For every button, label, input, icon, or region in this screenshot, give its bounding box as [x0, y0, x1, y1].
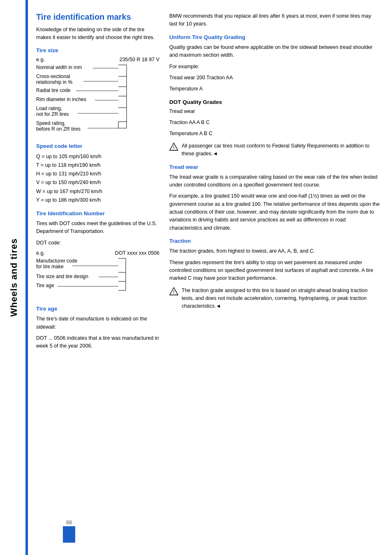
tire-eg-label: e.g. [36, 57, 45, 62]
traction-title: Traction [169, 238, 380, 244]
svg-text:Tire size and tire design: Tire size and tire design [36, 274, 88, 279]
intro-text: Knowledge of the labeling on the side of… [36, 26, 159, 41]
svg-text:Manufacturer code: Manufacturer code [36, 258, 77, 264]
speed-list: Q = up to 105 mph/160 km/h T = up to 118… [36, 152, 159, 205]
page-number-area: 88 [28, 519, 110, 543]
left-column: Tire identification marks Knowledge of t… [36, 12, 159, 543]
speed-item-y: Y = up to 186 mph/300 km/h [36, 196, 159, 205]
dot-warning-box: ! All passenger car tires must conform t… [169, 142, 380, 158]
tin-body1: Tires with DOT codes meet the guidelines… [36, 220, 159, 236]
dot-eg-label: e.g. [36, 250, 45, 256]
svg-text:Tire age: Tire age [36, 283, 54, 288]
utqg-for-example: For example: [169, 63, 380, 71]
bmw-recommends: BMW recommends that you replace all tire… [169, 12, 380, 28]
dot-quality-title: DOT Quality Grades [169, 99, 380, 105]
svg-text:Nominal width in mm: Nominal width in mm [36, 64, 82, 70]
svg-text:Cross-sectional: Cross-sectional [36, 74, 70, 79]
svg-text:for tire make: for tire make [36, 264, 64, 269]
dot-quality-item2: Traction AA A B C [169, 119, 380, 127]
sidebar-blue-bar [25, 0, 28, 555]
speed-code-title: Speed code letter [36, 143, 159, 149]
traction-warning-box: ! The traction grade assigned to this ti… [169, 287, 380, 311]
main-content: Tire identification marks Knowledge of t… [28, 0, 392, 555]
speed-item-h: H = up to 131 mph/210 km/h [36, 170, 159, 178]
dot-eg-row: e.g. DOT xxxx xxx 0506 [36, 250, 159, 256]
dot-warning-text: All passenger car tires must conform to … [182, 142, 380, 158]
svg-text:not for ZR tires: not for ZR tires [36, 111, 69, 117]
speed-item-t: T = up to 118 mph/190 km/h [36, 161, 159, 170]
warning-icon-1: ! [169, 142, 178, 151]
speed-item-q: Q = up to 105 mph/160 km/h [36, 152, 159, 161]
tire-age-body1: The tire's date of manufacture is indica… [36, 315, 159, 331]
tread-wear-title: Tread wear [169, 164, 380, 170]
svg-text:Speed rating,: Speed rating, [36, 120, 65, 126]
svg-text:!: ! [173, 290, 175, 295]
tire-eg-value: 235/50 R 18 97 V [120, 57, 159, 62]
page-title: Tire identification marks [36, 12, 159, 22]
tread-wear-body1: The tread wear grade is a comparative ra… [169, 173, 380, 189]
dot-quality-item3: Temperature A B C [169, 130, 380, 138]
tire-size-title: Tire size [36, 47, 159, 53]
right-column: BMW recommends that you replace all tire… [169, 12, 380, 543]
dot-eg-value: DOT xxxx xxx 0506 [115, 250, 159, 256]
sidebar: Wheels and tires [0, 0, 28, 555]
tire-size-block: e.g. 235/50 R 18 97 V Nominal width in m [36, 57, 159, 137]
dot-quality-item1: Tread wear [169, 108, 380, 115]
utqg-eg1: Tread wear 200 Traction AA [169, 74, 380, 82]
svg-text:before R on ZR tires: before R on ZR tires [36, 126, 81, 132]
tire-eg-row: e.g. 235/50 R 18 97 V [36, 57, 159, 62]
svg-text:relationship in %: relationship in % [36, 79, 72, 85]
traction-body2: These grades represent the tire's abilit… [169, 259, 380, 283]
sidebar-label: Wheels and tires [9, 238, 19, 317]
tire-age-title: Tire age [36, 306, 159, 312]
page-number: 88 [66, 519, 72, 525]
utqg-eg2: Temperature A [169, 85, 380, 93]
speed-item-v: V = up to 150 mph/240 km/h [36, 178, 159, 187]
tire-size-diagram: Nominal width in mm Cross-sectional rela… [36, 64, 155, 136]
traction-body1: The traction grades, from highest to low… [169, 247, 380, 255]
svg-text:Radial tire code: Radial tire code [36, 88, 71, 93]
utqg-title: Uniform Tire Quality Grading [169, 34, 380, 40]
page-blue-bar [63, 526, 75, 543]
traction-warning-text: The traction grade assigned to this tire… [182, 287, 380, 311]
page-container: Wheels and tires Tire identification mar… [0, 0, 392, 555]
dot-diagram: Manufacturer code for tire make Tire siz… [36, 258, 155, 299]
utqg-body: Quality grades can be found where applic… [169, 44, 380, 60]
svg-text:Load rating,: Load rating, [36, 106, 62, 111]
dot-block: e.g. DOT xxxx xxx 0506 Manufacturer code… [36, 250, 159, 300]
svg-text:!: ! [173, 145, 175, 150]
warning-icon-2: ! [169, 287, 178, 296]
tread-wear-body2: For example, a tire graded 150 would wea… [169, 192, 380, 232]
tin-title: Tire Identification Number [36, 210, 159, 216]
svg-text:Rim diameter in inches: Rim diameter in inches [36, 97, 86, 102]
tin-dot-label: DOT code: [36, 239, 159, 247]
tire-age-body2: DOT ... 0506 indicates that a tire was m… [36, 334, 159, 350]
speed-item-w: W = up to 167 mph/270 km/h [36, 187, 159, 196]
